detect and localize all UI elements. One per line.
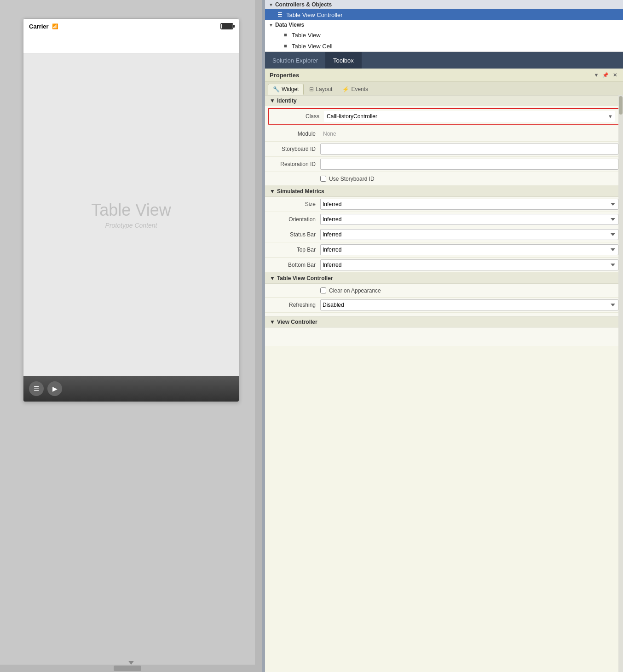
storyboard-id-input[interactable] (320, 144, 618, 155)
identity-section-header: ▼ Identity (265, 95, 623, 106)
module-row: Module None (265, 126, 623, 142)
refreshing-row: Refreshing Disabled Enabled (265, 298, 623, 313)
clear-on-appearance-label: Clear on Appearance (329, 287, 381, 294)
status-bar-label: Status Bar (270, 231, 320, 238)
restoration-id-input[interactable] (320, 159, 618, 170)
table-view-label: Table View (91, 201, 171, 220)
restoration-id-row: Restoration ID (265, 157, 623, 172)
status-bar-select[interactable]: Inferred None Black (320, 229, 618, 240)
wifi-icon: 📶 (52, 23, 58, 29)
module-label: Module (270, 131, 320, 137)
tvc-cell-label: Table View Cell (292, 43, 333, 50)
horizontal-scrollbar[interactable] (0, 665, 255, 672)
size-select[interactable]: Inferred None (320, 199, 618, 210)
ios-status-bar: Carrier 📶 (23, 19, 239, 34)
ios-tab-bar: ☰ ▶ (23, 376, 239, 402)
tab-icon-1: ☰ (29, 381, 44, 396)
bottom-padding (265, 327, 623, 346)
properties-header-buttons: ▼ 📌 ✕ (593, 71, 618, 79)
use-storyboard-id-row: Use Storyboard ID (265, 172, 623, 186)
right-panel: ▼ Controllers & Objects ☰ Table View Con… (265, 0, 623, 672)
orientation-row: Orientation Inferred Portrait Landscape (265, 212, 623, 227)
bottom-bar-label: Bottom Bar (270, 262, 320, 268)
data-views-label: Data Views (275, 22, 304, 28)
bottom-bar-row: Bottom Bar Inferred None (265, 258, 623, 273)
props-tab-layout[interactable]: ⊟ Layout (305, 84, 337, 95)
bottom-bar-select[interactable]: Inferred None (320, 259, 618, 270)
outline-item-table-view-controller[interactable]: ☰ Table View Controller (265, 9, 623, 20)
identity-triangle[interactable]: ▼ (270, 98, 275, 104)
tv-icon: ■ (282, 31, 289, 39)
props-scrollbar-thumb[interactable] (619, 96, 623, 115)
data-views-section-header: ▼ Data Views (265, 20, 623, 29)
use-storyboard-id-label: Use Storyboard ID (329, 176, 375, 182)
status-bar-row: Status Bar Inferred None Black (265, 227, 623, 242)
ios-canvas-content: Table View Prototype Content (23, 54, 239, 376)
tvc-section-triangle[interactable]: ▼ (270, 275, 275, 281)
events-icon: ⚡ (342, 86, 349, 92)
props-scrollbar-track[interactable] (618, 95, 623, 672)
clear-on-appearance-checkbox[interactable] (320, 287, 326, 293)
document-outline: ▼ Controllers & Objects ☰ Table View Con… (265, 0, 623, 52)
properties-title: Properties (270, 72, 299, 79)
simulated-metrics-triangle[interactable]: ▼ (270, 188, 275, 195)
tv-label: Table View (292, 32, 321, 39)
canvas-panel: Carrier 📶 Table View Prototype Content ☰… (0, 0, 262, 672)
scroll-down-arrow[interactable] (128, 661, 134, 665)
outline-item-table-view[interactable]: ■ Table View (265, 29, 623, 40)
tab-solution-explorer[interactable]: Solution Explorer (265, 52, 326, 69)
module-value: None (320, 128, 618, 139)
props-tabs: 🔧 Widget ⊟ Layout ⚡ Events (265, 82, 623, 95)
restoration-id-label: Restoration ID (270, 161, 320, 167)
tvc-icon: ☰ (276, 11, 283, 18)
tvc-cell-icon: ■ (282, 42, 289, 50)
properties-dropdown-btn[interactable]: ▼ (593, 71, 600, 79)
top-bar-label: Top Bar (270, 247, 320, 253)
vc-triangle[interactable]: ▼ (270, 319, 275, 325)
outline-item-table-view-cell[interactable]: ■ Table View Cell (265, 40, 623, 52)
top-bar-row: Top Bar Inferred None (265, 242, 623, 258)
battery-icon (220, 23, 233, 29)
view-controller-section-header: ▼ View Controller (265, 316, 623, 327)
storyboard-id-row: Storyboard ID (265, 142, 623, 157)
tvc-section-header: ▼ Table View Controller (265, 273, 623, 284)
ios-device-mockup: Carrier 📶 Table View Prototype Content ☰… (23, 18, 239, 402)
properties-panel: Properties ▼ 📌 ✕ 🔧 Widget ⊟ Layout (265, 69, 623, 672)
controllers-section-header: ▼ Controllers & Objects (265, 0, 623, 9)
top-bar-select[interactable]: Inferred None (320, 244, 618, 255)
class-label: Class (273, 113, 324, 120)
vc-label: View Controller (277, 319, 317, 325)
tvc-label: Table View Controller (286, 11, 343, 18)
vertical-scrollbar[interactable] (255, 0, 262, 672)
size-label: Size (270, 201, 320, 207)
properties-header: Properties ▼ 📌 ✕ (265, 69, 623, 82)
class-dropdown-btn[interactable]: ▼ (608, 114, 613, 119)
simulated-metrics-section-header: ▼ Simulated Metrics (265, 186, 623, 197)
class-input[interactable] (324, 111, 615, 122)
size-row: Size Inferred None (265, 197, 623, 212)
clear-on-appearance-row: Clear on Appearance (265, 284, 623, 298)
orientation-label: Orientation (270, 216, 320, 223)
class-row: Class ▼ (268, 108, 620, 125)
refreshing-select[interactable]: Disabled Enabled (320, 299, 618, 310)
collapse-triangle[interactable]: ▼ (269, 2, 273, 7)
orientation-select[interactable]: Inferred Portrait Landscape (320, 214, 618, 225)
prototype-content-label: Prototype Content (105, 222, 157, 229)
controllers-section-label: Controllers & Objects (275, 1, 332, 8)
layout-icon: ⊟ (309, 86, 314, 92)
properties-pin-btn[interactable]: 📌 (602, 71, 609, 79)
main-tabs-row: Solution Explorer Toolbox (265, 52, 623, 69)
tab-icon-2: ▶ (47, 381, 62, 396)
props-content: ▼ Identity Class ▼ Module (265, 95, 623, 346)
props-tab-widget[interactable]: 🔧 Widget (268, 84, 304, 95)
carrier-label: Carrier (29, 23, 49, 30)
tab-toolbox[interactable]: Toolbox (326, 52, 362, 69)
refreshing-label: Refreshing (270, 302, 320, 308)
storyboard-id-label: Storyboard ID (270, 146, 320, 152)
use-storyboard-id-checkbox[interactable] (320, 176, 326, 182)
properties-close-btn[interactable]: ✕ (611, 71, 618, 79)
data-views-triangle[interactable]: ▼ (269, 23, 273, 28)
props-tab-events[interactable]: ⚡ Events (338, 84, 373, 95)
widget-icon: 🔧 (273, 86, 280, 92)
